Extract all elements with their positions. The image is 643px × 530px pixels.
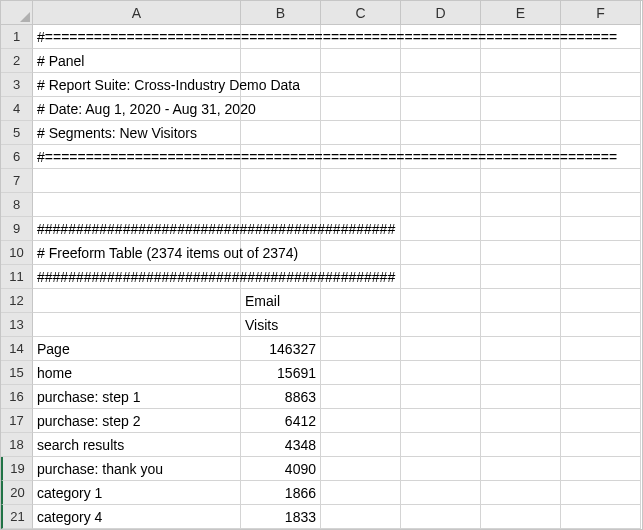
cell-A8[interactable] (33, 193, 241, 217)
cell-A1[interactable]: #=======================================… (33, 25, 241, 49)
cell-E13[interactable] (481, 313, 561, 337)
cell-A17[interactable]: purchase: step 2 (33, 409, 241, 433)
cell-E21[interactable] (481, 505, 561, 529)
cell-F5[interactable] (561, 121, 641, 145)
cell-C3[interactable] (321, 73, 401, 97)
cell-B21[interactable]: 1833 (241, 505, 321, 529)
column-header-E[interactable]: E (481, 1, 561, 25)
cell-B19[interactable]: 4090 (241, 457, 321, 481)
column-header-D[interactable]: D (401, 1, 481, 25)
cell-C10[interactable] (321, 241, 401, 265)
cell-C5[interactable] (321, 121, 401, 145)
row-header-9[interactable]: 9 (1, 217, 33, 241)
cell-F13[interactable] (561, 313, 641, 337)
cell-F3[interactable] (561, 73, 641, 97)
cell-C19[interactable] (321, 457, 401, 481)
cell-A13[interactable] (33, 313, 241, 337)
cell-C12[interactable] (321, 289, 401, 313)
cell-B20[interactable]: 1866 (241, 481, 321, 505)
select-all-corner[interactable] (1, 1, 33, 25)
cell-F4[interactable] (561, 97, 641, 121)
cell-E14[interactable] (481, 337, 561, 361)
cell-C4[interactable] (321, 97, 401, 121)
cell-B14[interactable]: 146327 (241, 337, 321, 361)
cell-E7[interactable] (481, 169, 561, 193)
cell-C8[interactable] (321, 193, 401, 217)
cell-D17[interactable] (401, 409, 481, 433)
row-header-15[interactable]: 15 (1, 361, 33, 385)
row-header-6[interactable]: 6 (1, 145, 33, 169)
cell-A7[interactable] (33, 169, 241, 193)
row-header-2[interactable]: 2 (1, 49, 33, 73)
cell-F16[interactable] (561, 385, 641, 409)
cell-C20[interactable] (321, 481, 401, 505)
cell-E15[interactable] (481, 361, 561, 385)
cell-B5[interactable] (241, 121, 321, 145)
cell-F18[interactable] (561, 433, 641, 457)
cell-D5[interactable] (401, 121, 481, 145)
row-header-11[interactable]: 11 (1, 265, 33, 289)
row-header-4[interactable]: 4 (1, 97, 33, 121)
column-header-B[interactable]: B (241, 1, 321, 25)
cell-B15[interactable]: 15691 (241, 361, 321, 385)
cell-D14[interactable] (401, 337, 481, 361)
cell-D7[interactable] (401, 169, 481, 193)
row-header-14[interactable]: 14 (1, 337, 33, 361)
cell-D12[interactable] (401, 289, 481, 313)
cell-F15[interactable] (561, 361, 641, 385)
cell-D11[interactable] (401, 265, 481, 289)
cell-F19[interactable] (561, 457, 641, 481)
column-header-F[interactable]: F (561, 1, 641, 25)
row-header-1[interactable]: 1 (1, 25, 33, 49)
cell-E18[interactable] (481, 433, 561, 457)
cell-F10[interactable] (561, 241, 641, 265)
cell-B16[interactable]: 8863 (241, 385, 321, 409)
cell-A12[interactable] (33, 289, 241, 313)
row-header-19[interactable]: 19 (1, 457, 33, 481)
cell-A2[interactable]: # Panel (33, 49, 241, 73)
cell-D16[interactable] (401, 385, 481, 409)
cell-A10[interactable]: # Freeform Table (2374 items out of 2374… (33, 241, 241, 265)
cell-F9[interactable] (561, 217, 641, 241)
cell-A14[interactable]: Page (33, 337, 241, 361)
cell-D15[interactable] (401, 361, 481, 385)
cell-D2[interactable] (401, 49, 481, 73)
cell-F11[interactable] (561, 265, 641, 289)
cell-B13[interactable]: Visits (241, 313, 321, 337)
cell-A9[interactable]: ########################################… (33, 217, 241, 241)
row-header-16[interactable]: 16 (1, 385, 33, 409)
row-header-3[interactable]: 3 (1, 73, 33, 97)
cell-E17[interactable] (481, 409, 561, 433)
cell-D13[interactable] (401, 313, 481, 337)
cell-B7[interactable] (241, 169, 321, 193)
cell-E5[interactable] (481, 121, 561, 145)
cell-A15[interactable]: home (33, 361, 241, 385)
cell-A19[interactable]: purchase: thank you (33, 457, 241, 481)
cell-E20[interactable] (481, 481, 561, 505)
cell-E4[interactable] (481, 97, 561, 121)
row-header-7[interactable]: 7 (1, 169, 33, 193)
cell-A20[interactable]: category 1 (33, 481, 241, 505)
cell-E9[interactable] (481, 217, 561, 241)
cell-C21[interactable] (321, 505, 401, 529)
cell-E19[interactable] (481, 457, 561, 481)
cell-A21[interactable]: category 4 (33, 505, 241, 529)
cell-C16[interactable] (321, 385, 401, 409)
row-header-21[interactable]: 21 (1, 505, 33, 529)
row-header-17[interactable]: 17 (1, 409, 33, 433)
row-header-20[interactable]: 20 (1, 481, 33, 505)
row-header-5[interactable]: 5 (1, 121, 33, 145)
cell-E12[interactable] (481, 289, 561, 313)
cell-F8[interactable] (561, 193, 641, 217)
cell-D8[interactable] (401, 193, 481, 217)
cell-C14[interactable] (321, 337, 401, 361)
cell-A5[interactable]: # Segments: New Visitors (33, 121, 241, 145)
cell-D4[interactable] (401, 97, 481, 121)
cell-B2[interactable] (241, 49, 321, 73)
cell-F12[interactable] (561, 289, 641, 313)
cell-D18[interactable] (401, 433, 481, 457)
cell-D10[interactable] (401, 241, 481, 265)
cell-C7[interactable] (321, 169, 401, 193)
cell-C18[interactable] (321, 433, 401, 457)
cell-A4[interactable]: # Date: Aug 1, 2020 - Aug 31, 2020 (33, 97, 241, 121)
